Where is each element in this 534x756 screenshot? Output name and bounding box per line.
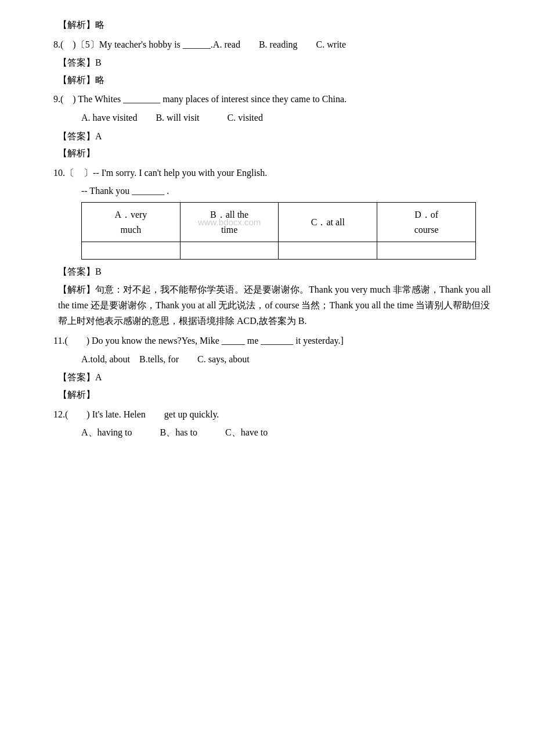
q11-answer: 【答案】A [58, 370, 499, 385]
q8-analysis-label: 【解析】略 [58, 17, 499, 33]
q9-options: A. have visited B. will visit C. visited [81, 110, 499, 125]
q9-analysis: 【解析】 [58, 146, 499, 161]
table-empty-c [279, 242, 377, 260]
q8-analysis: 【解析】略 [58, 73, 499, 88]
q11-analysis: 【解析】 [58, 387, 499, 402]
q11-options: A.told, about B.tells, for C. says, abou… [81, 352, 499, 367]
table-cell-a: A．verymuch [82, 202, 181, 242]
q11-question: 11.( ) Do you know the news?Yes, Mike __… [35, 333, 499, 348]
q12-options: A、having to B、has to C、have to [81, 425, 499, 440]
q8-question: 8.( )〔5〕My teacher's hobby is ______.A. … [35, 37, 499, 52]
table-empty-b [180, 242, 279, 260]
q8-answer: 【答案】B [58, 55, 499, 70]
q10-options-table: A．verymuch B．all thetime www.bdocx.com C… [81, 202, 476, 260]
q9-question: 9.( ) The Whites ________ many places of… [35, 92, 499, 107]
q10-answer: 【答案】B [58, 264, 499, 279]
table-row-options: A．verymuch B．all thetime www.bdocx.com C… [82, 202, 476, 242]
table-cell-d: D．ofcourse [377, 202, 476, 242]
table-row-empty [82, 242, 476, 260]
q10-question-line2: -- Thank you _______ . [81, 183, 499, 199]
q9-answer: 【答案】A [58, 129, 499, 144]
table-cell-c: C．at all [279, 202, 377, 242]
q10-analysis: 【解析】句意：对不起，我不能帮你学英语。还是要谢谢你。Thank you ver… [58, 282, 499, 329]
q12-question: 12.( ) It's late. Helen get up quickly. [35, 407, 499, 422]
table-cell-b: B．all thetime www.bdocx.com [180, 202, 279, 242]
table-empty-a [82, 242, 181, 260]
table-empty-d [377, 242, 476, 260]
q10-question-line1: 10.〔 〕-- I'm sorry. I can't help you wit… [35, 165, 499, 181]
